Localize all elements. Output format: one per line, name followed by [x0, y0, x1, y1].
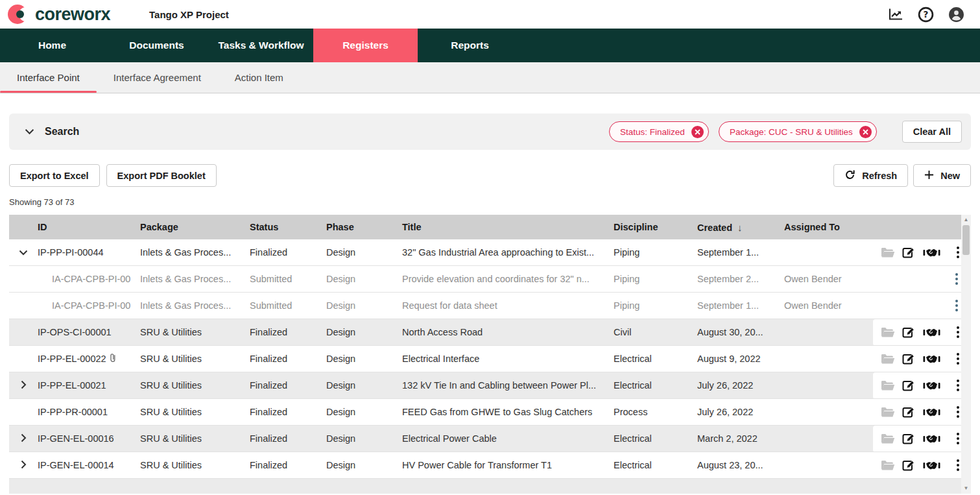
vertical-scrollbar[interactable]: ▲ ▼ — [961, 215, 971, 494]
cell-phase: Design — [321, 354, 397, 364]
edit-icon[interactable] — [902, 379, 916, 392]
scroll-down-arrow[interactable]: ▼ — [961, 485, 971, 491]
cell-created: September 1... — [692, 247, 779, 258]
open-folder-icon[interactable] — [881, 380, 895, 391]
more-options-icon[interactable] — [955, 457, 961, 473]
agreement-handshake-icon[interactable] — [923, 461, 940, 470]
header-phase[interactable]: Phase — [321, 222, 397, 232]
more-options-icon[interactable] — [955, 378, 961, 393]
cell-created: September 1... — [692, 300, 779, 311]
edit-icon[interactable] — [902, 326, 916, 339]
table-row-agreement[interactable]: IA-CPA-CPB-PI-00Inlets & Gas Proces...Su… — [9, 293, 971, 319]
header-title[interactable]: Title — [397, 222, 608, 232]
filter-chip-package: Package: CUC - SRU & Utilities — [719, 121, 877, 142]
header-id[interactable]: ID — [32, 222, 135, 232]
new-label: New — [940, 171, 960, 181]
remove-filter-icon[interactable] — [691, 126, 704, 138]
agreement-handshake-icon[interactable] — [923, 354, 940, 364]
nav-item-reports[interactable]: Reports — [418, 29, 522, 62]
header-package[interactable]: Package — [135, 222, 245, 232]
cell-actions — [873, 239, 971, 265]
more-options-icon[interactable] — [955, 431, 961, 446]
open-folder-icon[interactable] — [881, 407, 895, 418]
table-row-interface-point[interactable]: IP-GEN-EL-00016SRU & UtilitiesFinalizedD… — [9, 426, 971, 452]
more-options-icon[interactable] — [955, 404, 961, 420]
cell-package: SRU & Utilities — [135, 327, 245, 337]
table-row-interface-point[interactable]: IP-GEN-EL-00014SRU & UtilitiesFinalizedD… — [9, 452, 971, 479]
collapse-row-icon[interactable] — [19, 247, 28, 258]
table-row-partial — [9, 479, 971, 494]
edit-icon[interactable] — [902, 459, 916, 472]
cell-actions — [873, 266, 971, 292]
table-row-interface-point[interactable]: IP-OPS-CI-00001SRU & UtilitiesFinalizedD… — [9, 319, 971, 346]
table-row-agreement[interactable]: IA-CPA-CPB-PI-00Inlets & Gas Proces...Su… — [9, 266, 971, 293]
expand-row-icon[interactable] — [21, 460, 27, 471]
filter-chip-label: Status: Finalized — [620, 127, 685, 137]
cell-id: IP-OPS-CI-00001 — [32, 327, 135, 337]
cell-actions — [873, 452, 971, 478]
account-icon[interactable] — [948, 6, 964, 23]
agreement-handshake-icon[interactable] — [923, 407, 940, 417]
cell-created: September 2... — [692, 274, 779, 284]
tab-interface-point[interactable]: Interface Point — [0, 62, 97, 93]
filter-chip-label: Package: CUC - SRU & Utilities — [730, 127, 853, 137]
tab-interface-agreement[interactable]: Interface Agreement — [97, 62, 218, 93]
new-button[interactable]: New — [913, 164, 971, 187]
scrollbar-thumb[interactable] — [962, 225, 970, 255]
table-row-interface-point[interactable]: IP-PP-PR-00001SRU & UtilitiesFinalizedDe… — [9, 399, 971, 426]
cell-status: Finalized — [245, 354, 321, 364]
more-options-icon[interactable] — [955, 351, 961, 367]
edit-icon[interactable] — [902, 432, 916, 446]
search-collapse-toggle[interactable]: Search — [25, 126, 79, 138]
expand-row-icon[interactable] — [21, 433, 27, 444]
nav-item-documents[interactable]: Documents — [104, 29, 209, 62]
refresh-button[interactable]: Refresh — [833, 164, 908, 187]
table-row-interface-point[interactable]: IP-PP-EL-00022SRU & UtilitiesFinalizedDe… — [9, 346, 971, 372]
register-tabs: Interface Point Interface Agreement Acti… — [0, 62, 980, 93]
header-assigned-to[interactable]: Assigned To — [779, 222, 873, 232]
nav-item-registers[interactable]: Registers — [313, 29, 418, 62]
cell-actions — [873, 293, 971, 319]
open-folder-icon[interactable] — [881, 327, 895, 338]
cell-status: Finalized — [245, 247, 321, 258]
agreement-handshake-icon[interactable] — [923, 248, 940, 258]
expand-row-icon[interactable] — [21, 380, 27, 391]
agreement-handshake-icon[interactable] — [923, 434, 940, 444]
row-actions — [873, 399, 971, 425]
more-options-icon[interactable] — [953, 271, 960, 287]
help-icon[interactable]: ? — [918, 6, 934, 23]
edit-icon[interactable] — [902, 405, 916, 419]
table-row-interface-point[interactable]: IP-PP-PI-00044Inlets & Gas Proces...Fina… — [9, 239, 971, 266]
cell-title: 32" Gas Industrial Area approaching to E… — [397, 247, 608, 258]
agreement-handshake-icon[interactable] — [923, 381, 940, 391]
export-excel-button[interactable]: Export to Excel — [9, 164, 100, 187]
clear-all-button[interactable]: Clear All — [902, 121, 962, 143]
edit-icon[interactable] — [902, 246, 916, 260]
agreement-handshake-icon[interactable] — [923, 328, 940, 337]
open-folder-icon[interactable] — [881, 433, 895, 444]
header-status[interactable]: Status — [245, 222, 321, 232]
more-options-icon[interactable] — [953, 298, 960, 313]
more-options-icon[interactable] — [955, 324, 961, 340]
tab-action-item[interactable]: Action Item — [218, 62, 300, 93]
cell-created: March 2, 2022 — [692, 433, 779, 444]
cell-phase: Design — [321, 274, 397, 284]
header-discipline[interactable]: Discipline — [608, 222, 692, 232]
open-folder-icon[interactable] — [881, 247, 895, 258]
remove-filter-icon[interactable] — [859, 126, 872, 138]
more-options-icon[interactable] — [955, 245, 961, 260]
table-row-interface-point[interactable]: IP-PP-EL-00021SRU & UtilitiesFinalizedDe… — [9, 372, 971, 399]
export-pdf-booklet-button[interactable]: Export PDF Booklet — [106, 164, 217, 187]
scroll-up-arrow[interactable]: ▲ — [961, 217, 971, 223]
open-folder-icon[interactable] — [881, 460, 895, 471]
nav-item-tasks-workflow[interactable]: Tasks & Workflow — [209, 29, 313, 62]
analytics-icon[interactable] — [889, 8, 903, 21]
nav-item-home[interactable]: Home — [0, 29, 104, 62]
cell-created: July 26, 2022 — [692, 380, 779, 391]
cell-title: Electrical Power Cable — [397, 433, 608, 444]
edit-icon[interactable] — [902, 352, 916, 366]
open-folder-icon[interactable] — [881, 354, 895, 365]
cell-package: SRU & Utilities — [135, 460, 245, 470]
cell-status: Finalized — [245, 460, 321, 470]
header-created[interactable]: Created↓ — [692, 222, 779, 233]
